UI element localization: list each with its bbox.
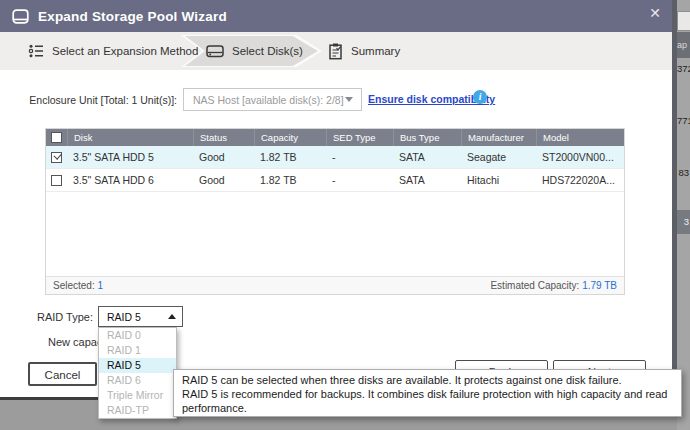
raid-type-select[interactable]: RAID 5 xyxy=(98,306,183,327)
background-column-header-fragment: ap xyxy=(677,32,690,58)
background-selected-row-fragment: 3 xyxy=(677,210,690,234)
disk-table: Disk Status Capacity SED Type Bus Type M… xyxy=(45,128,625,295)
table-footer: Selected: 1 Estimated Capacity: 1.79 TB xyxy=(46,276,624,294)
cell-capacity: 1.82 TB xyxy=(254,174,326,186)
row-checkbox[interactable] xyxy=(51,175,62,186)
cell-sed-type: - xyxy=(326,151,393,163)
column-header-status[interactable]: Status xyxy=(193,129,254,146)
cell-model: HDS722020A... xyxy=(536,174,624,186)
background-value: 372 xyxy=(677,63,689,74)
cell-manufacturer: Seagate xyxy=(461,151,536,163)
raid-option-raid1[interactable]: RAID 1 xyxy=(99,343,176,358)
step-select-expansion-method[interactable]: Select an Expansion Method xyxy=(28,32,198,70)
column-header-model[interactable]: Model xyxy=(536,129,624,146)
raid-option-raid5[interactable]: RAID 5 xyxy=(99,358,176,373)
row-checkbox[interactable] xyxy=(51,152,62,163)
selected-count: Selected: 1 xyxy=(53,280,103,291)
cell-sed-type: - xyxy=(326,174,393,186)
cell-model: ST2000VN00... xyxy=(536,151,624,163)
cancel-button[interactable]: Cancel xyxy=(28,362,97,386)
table-row[interactable]: 3.5" SATA HDD 5 Good 1.82 TB - SATA Seag… xyxy=(46,146,624,169)
step-label: Summary xyxy=(351,45,400,57)
step-select-disks[interactable]: Select Disk(s) xyxy=(206,32,303,70)
step-summary[interactable]: Summary xyxy=(328,32,400,70)
chevron-down-icon xyxy=(345,97,353,102)
screenshot-stage: ap 372 771 83 3 Expand Storage Pool Wiza… xyxy=(0,0,690,430)
cell-bus-type: SATA xyxy=(393,174,461,186)
estimated-capacity: Estimated Capacity: 1.79 TB xyxy=(490,280,617,291)
raid-option-raid0[interactable]: RAID 0 xyxy=(99,328,176,343)
estimated-capacity-label: Estimated Capacity: xyxy=(490,280,579,291)
raid-type-dropdown-list: RAID 0 RAID 1 RAID 5 RAID 6 Triple Mirro… xyxy=(98,327,177,419)
table-row[interactable]: 3.5" SATA HDD 6 Good 1.82 TB - SATA Hita… xyxy=(46,169,624,192)
dialog-titlebar: Expand Storage Pool Wizard ✕ xyxy=(0,0,672,32)
column-header-sed-type[interactable]: SED Type xyxy=(326,129,393,146)
background-button-fragment xyxy=(677,11,690,31)
cell-manufacturer: Hitachi xyxy=(461,174,536,186)
raid5-tooltip: RAID 5 can be selected when three disks … xyxy=(173,369,682,417)
step-label: Select Disk(s) xyxy=(232,45,303,57)
background-scrollbar[interactable] xyxy=(672,0,677,403)
column-header-capacity[interactable]: Capacity xyxy=(254,129,326,146)
cell-status: Good xyxy=(193,174,254,186)
info-icon[interactable]: i xyxy=(473,90,487,104)
enclosure-unit-select[interactable]: NAS Host [available disk(s): 2/8] xyxy=(183,88,362,111)
close-icon[interactable]: ✕ xyxy=(646,4,664,22)
tooltip-line: RAID 5 can be selected when three disks … xyxy=(182,373,673,387)
cell-status: Good xyxy=(193,151,254,163)
cell-capacity: 1.82 TB xyxy=(254,151,326,163)
selected-value: 1 xyxy=(97,280,103,291)
cell-bus-type: SATA xyxy=(393,151,461,163)
column-header-manufacturer[interactable]: Manufacturer xyxy=(461,129,536,146)
wizard-steps-bar: Select an Expansion Method Select Disk(s… xyxy=(0,32,672,70)
enclosure-unit-value: NAS Host [available disk(s): 2/8] xyxy=(193,94,345,106)
storage-pool-icon xyxy=(12,9,29,24)
select-all-checkbox[interactable] xyxy=(51,132,62,143)
raid-type-label: RAID Type: xyxy=(18,311,93,323)
dialog-title: Expand Storage Pool Wizard xyxy=(38,9,227,24)
column-header-disk[interactable]: Disk xyxy=(67,129,193,146)
estimated-capacity-value: 1.79 TB xyxy=(582,280,617,291)
raid-option-raidtp[interactable]: RAID-TP xyxy=(99,403,176,418)
column-header-bus-type[interactable]: Bus Type xyxy=(393,129,461,146)
cell-disk: 3.5" SATA HDD 6 xyxy=(67,174,193,186)
cell-disk: 3.5" SATA HDD 5 xyxy=(67,151,193,163)
tooltip-line: RAID 5 is recommended for backups. It co… xyxy=(182,387,673,415)
expansion-method-icon xyxy=(28,43,44,59)
background-value: 83 xyxy=(677,167,689,178)
raid-type-value: RAID 5 xyxy=(107,311,168,323)
summary-clipboard-icon xyxy=(328,43,343,60)
enclosure-unit-label: Enclosure Unit [Total: 1 Unit(s)]: xyxy=(18,94,177,106)
selected-label: Selected: xyxy=(53,280,95,291)
step-label: Select an Expansion Method xyxy=(52,45,198,57)
raid-option-triple-mirror[interactable]: Triple Mirror xyxy=(99,388,176,403)
raid-option-raid6[interactable]: RAID 6 xyxy=(99,373,176,388)
disk-table-header: Disk Status Capacity SED Type Bus Type M… xyxy=(46,129,624,146)
chevron-up-icon xyxy=(168,314,176,319)
background-value: 771 xyxy=(677,115,689,126)
disk-drive-icon xyxy=(206,43,224,59)
table-empty-area xyxy=(46,192,624,276)
